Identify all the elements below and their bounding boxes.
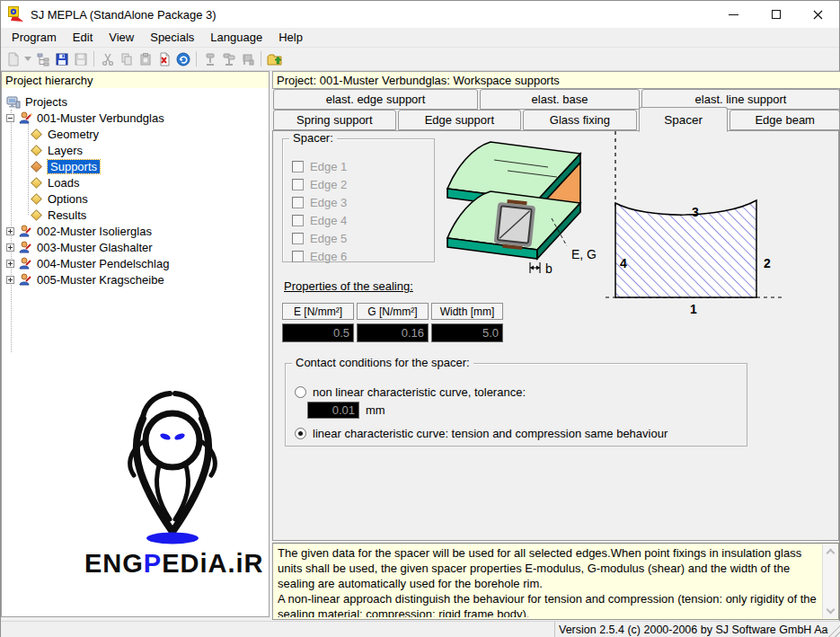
- menu-help[interactable]: Help: [270, 28, 311, 47]
- seal-width-label: b: [545, 261, 553, 276]
- tab-spacer-active[interactable]: Spacer: [639, 107, 729, 132]
- cut-button[interactable]: [98, 49, 117, 68]
- edge4-checkbox-row[interactable]: Edge 4: [292, 211, 434, 229]
- tree-item-loads[interactable]: Loads: [2, 174, 269, 190]
- edge-number-2: 2: [764, 256, 771, 270]
- radio-icon[interactable]: [295, 386, 306, 398]
- export-results-button[interactable]: [265, 49, 284, 68]
- maximize-button[interactable]: [755, 1, 797, 28]
- tree-item-geometry[interactable]: Geometry: [2, 126, 269, 142]
- radio-selected-icon[interactable]: [295, 428, 306, 439]
- tree-item-results[interactable]: Results: [2, 207, 269, 223]
- edge1-checkbox-row[interactable]: Edge 1: [292, 157, 434, 175]
- info-box: The given data for the spacer will be us…: [272, 543, 839, 620]
- tree-item-options[interactable]: Options: [2, 190, 269, 207]
- batch-calculation-button[interactable]: [219, 49, 238, 68]
- copy-button[interactable]: [117, 49, 136, 68]
- width-input[interactable]: 5.0: [431, 323, 503, 342]
- glass-unit-illustration: E, G b: [440, 133, 616, 282]
- info-scrollbar[interactable]: [822, 544, 837, 618]
- tab-edge-beam[interactable]: Edge beam: [729, 110, 840, 130]
- tolerance-input[interactable]: 0.01: [307, 402, 359, 419]
- new-button[interactable]: [4, 49, 22, 68]
- linear-radio-row[interactable]: linear characteristic curve: tension and…: [295, 427, 668, 440]
- tree-item-project-005[interactable]: 005-Muster Kragscheibe: [2, 271, 269, 288]
- scroll-up-icon[interactable]: [827, 549, 836, 558]
- menu-language[interactable]: Language: [202, 28, 270, 47]
- toolbar: [1, 48, 839, 71]
- save-button[interactable]: [52, 49, 71, 68]
- delete-button[interactable]: [155, 49, 173, 68]
- diamond-icon: [31, 209, 42, 221]
- expand-icon[interactable]: [6, 260, 14, 268]
- edge-numbering-diagram: 3 4 2 1: [606, 131, 840, 331]
- save-all-button[interactable]: [71, 49, 90, 68]
- tree-item-project-003[interactable]: 003-Muster Glashalter: [2, 239, 269, 255]
- menu-program[interactable]: Program: [4, 28, 65, 47]
- checkbox-icon[interactable]: [292, 215, 304, 226]
- checkbox-icon[interactable]: [292, 233, 304, 244]
- project-tree-button[interactable]: [33, 49, 52, 68]
- radio-label: non linear characteristic curve, toleran…: [313, 385, 526, 399]
- edge5-checkbox-row[interactable]: Edge 5: [292, 229, 434, 247]
- checkbox-icon[interactable]: [292, 179, 304, 190]
- tree-item-supports-selected[interactable]: Supports: [2, 158, 269, 174]
- e-modulus-input[interactable]: 0.5: [282, 323, 354, 342]
- tab-elast-base[interactable]: elast. base: [480, 89, 640, 110]
- tree-label: Options: [48, 192, 88, 206]
- stop-calculation-button[interactable]: [238, 49, 257, 68]
- diamond-icon: [31, 193, 42, 205]
- checkbox-label: Edge 5: [310, 232, 347, 245]
- tree-item-project-004[interactable]: 004-Muster Pendelschlag: [2, 255, 269, 271]
- checkbox-label: Edge 2: [310, 178, 347, 191]
- scroll-down-icon[interactable]: [827, 606, 836, 615]
- start-calculation-button[interactable]: [200, 49, 219, 68]
- edge6-checkbox-row[interactable]: Edge 6: [292, 247, 434, 265]
- tab-spring-support[interactable]: Spring support: [273, 110, 396, 130]
- undo-button[interactable]: [173, 49, 192, 68]
- new-document-icon: [6, 52, 21, 66]
- maximize-icon: [772, 10, 781, 19]
- expand-icon[interactable]: [6, 227, 14, 235]
- expand-icon[interactable]: [6, 243, 14, 252]
- tree-item-projects[interactable]: Projects: [2, 93, 269, 110]
- app-icon: [7, 5, 25, 23]
- checkbox-icon[interactable]: [292, 251, 304, 262]
- left-panel-header: Project hierarchy: [1, 71, 270, 89]
- tree-label: Results: [48, 208, 86, 222]
- checkbox-icon[interactable]: [292, 197, 304, 208]
- stop-flag-icon: [241, 52, 255, 66]
- dropdown-caret-icon: [24, 57, 31, 61]
- tree-item-project-002[interactable]: 002-Muster Isolierglas: [2, 223, 269, 239]
- diamond-icon: [31, 177, 42, 189]
- tree-label: Projects: [25, 95, 67, 109]
- paste-button[interactable]: [136, 49, 155, 68]
- menu-specials[interactable]: Specials: [142, 28, 202, 47]
- expand-icon[interactable]: [6, 276, 14, 284]
- export-folder-icon: [267, 52, 282, 66]
- menu-view[interactable]: View: [101, 28, 142, 47]
- toolbar-separator: [93, 51, 94, 66]
- g-modulus-input[interactable]: 0.16: [357, 323, 429, 342]
- nonlinear-radio-row[interactable]: non linear characteristic curve, toleran…: [295, 385, 526, 399]
- tab-glass-fixing[interactable]: Glass fixing: [523, 110, 637, 130]
- tab-edge-support[interactable]: Edge support: [398, 110, 522, 130]
- tab-elast-edge-support[interactable]: elast. edge support: [273, 89, 478, 110]
- group-label: Spacer:: [289, 131, 337, 145]
- tree-item-layers[interactable]: Layers: [2, 142, 269, 158]
- contact-conditions-group: Contact conditions for the spacer: non l…: [285, 363, 747, 447]
- collapse-icon[interactable]: [6, 114, 14, 122]
- close-button[interactable]: [797, 1, 839, 28]
- checkbox-label: Edge 6: [310, 250, 347, 263]
- tab-row-2: Spring support Edge support Glass fixing…: [272, 110, 840, 130]
- new-dropdown-button[interactable]: [22, 49, 33, 68]
- edge-number-1: 1: [690, 302, 697, 316]
- menu-edit[interactable]: Edit: [65, 28, 101, 47]
- edge3-checkbox-row[interactable]: Edge 3: [292, 193, 434, 211]
- checkbox-icon[interactable]: [292, 161, 304, 173]
- edge-number-3: 3: [692, 205, 699, 219]
- minimize-button[interactable]: [712, 1, 755, 28]
- resize-grip[interactable]: [828, 625, 840, 637]
- tree-item-project-001[interactable]: 001-Muster Verbundglas: [2, 110, 269, 126]
- edge2-checkbox-row[interactable]: Edge 2: [292, 175, 434, 193]
